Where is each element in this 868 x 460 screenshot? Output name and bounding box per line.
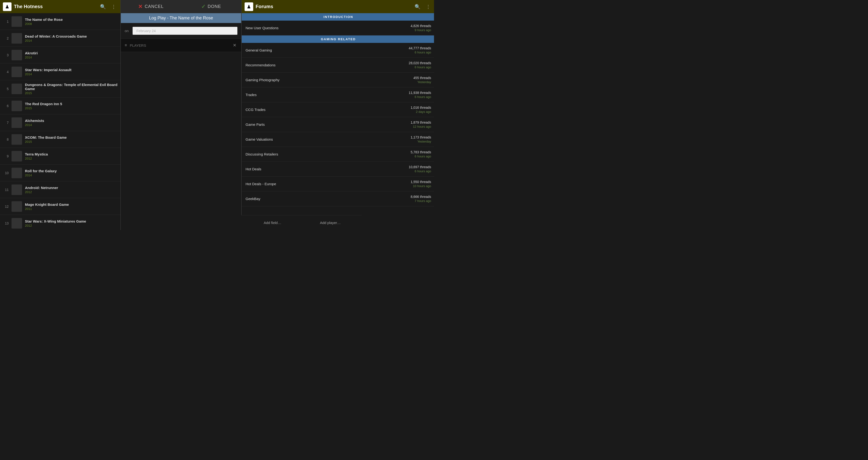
search-button-left[interactable]: 🔍 [98,2,107,11]
forum-time: 6 hours ago [409,169,431,173]
forum-threads: 28,020 threads [409,61,431,65]
game-item[interactable]: 10 Roll for the Galaxy 2014 [0,165,120,182]
game-item[interactable]: 4 Star Wars: Imperial Assault 2014 [0,64,120,80]
forum-name: Trades [246,93,409,97]
forum-time: 9 hours ago [410,28,431,32]
game-thumbnail [11,67,22,77]
forum-item[interactable]: Gaming Photography 455 threads Yesterday [242,73,434,88]
forum-threads: 11,938 threads [409,91,431,95]
game-item[interactable]: 8 XCOM: The Board Game 2015 [0,131,120,148]
game-thumbnail [11,101,22,111]
game-info: The Red Dragon Inn 5 2015 [25,102,118,110]
game-year: 2012 [25,157,118,160]
game-title: Alchemists [25,119,118,123]
forum-threads: 455 threads [413,76,431,80]
cancel-icon: ✕ [138,4,143,10]
forum-item[interactable]: Hot Deals 10,697 threads 6 hours ago [242,162,434,176]
game-item[interactable]: 13 Star Wars: X-Wing Miniatures Game 201… [0,215,120,230]
game-thumbnail [11,33,22,43]
game-thumbnail [11,218,22,229]
game-info: Star Wars: X-Wing Miniatures Game 2012 [25,219,118,227]
forum-threads: 5,783 threads [410,150,431,154]
forum-stats: 8,666 threads 7 hours ago [410,195,431,203]
players-clear-button[interactable]: ✕ [232,42,237,49]
forum-threads: 8,666 threads [410,195,431,199]
game-title: Star Wars: Imperial Assault [25,68,118,72]
done-button[interactable]: ✓ DONE [181,0,241,13]
game-year: 2011 [25,207,118,210]
game-thumbnail [11,134,22,145]
game-rank: 3 [3,53,9,57]
done-label: DONE [208,4,221,9]
forum-item[interactable]: Recommendations 28,020 threads 6 hours a… [242,58,434,73]
forum-item[interactable]: Discussing Retailers 5,783 threads 6 hou… [242,147,434,162]
forum-name: Discussing Retailers [246,152,410,156]
game-info: XCOM: The Board Game 2015 [25,135,118,143]
forum-stats: 11,938 threads 6 hours ago [409,91,431,99]
game-year: 2014 [25,72,118,76]
forum-time: 12 hours ago [410,125,431,128]
game-year: 2014 [25,56,118,59]
game-item[interactable]: 9 Terra Mystica 2012 [0,148,120,165]
forum-item[interactable]: Hot Deals - Europe 1,550 threads 10 hour… [242,176,434,191]
forum-time: 6 hours ago [410,155,431,158]
hotness-title: The Hotness [14,4,96,9]
forum-item[interactable]: CCG Trades 1,016 threads 2 days ago [242,102,434,117]
date-value[interactable]: February 24 [133,27,237,35]
game-info: Android: Netrunner 2012 [25,186,118,194]
forum-name: CCG Trades [246,107,410,112]
game-rank: 13 [3,221,9,225]
add-field-button[interactable]: Add field… [245,219,300,227]
game-title: The Red Dragon Inn 5 [25,102,118,106]
game-item[interactable]: 3 Akrotiri 2014 [0,47,120,64]
game-item[interactable]: 11 Android: Netrunner 2012 [0,182,120,198]
game-item[interactable]: 1 The Name of the Rose 2008 [0,13,120,30]
forum-item[interactable]: Trades 11,938 threads 6 hours ago [242,88,434,102]
game-title: Terra Mystica [25,152,118,156]
game-thumbnail [11,201,22,212]
menu-button-right[interactable]: ⋮ [425,2,432,11]
forum-item[interactable]: Game Parts 1,879 threads 12 hours ago [242,117,434,132]
game-rank: 8 [3,137,9,141]
game-rank: 10 [3,171,9,175]
dialog-title: Log Play - The Name of the Rose [121,13,241,23]
game-item[interactable]: 7 Alchemists 2014 [0,114,120,131]
dialog-title-text: Log Play - The Name of the Rose [149,15,213,20]
game-item[interactable]: 12 Mage Knight Board Game 2011 [0,198,120,215]
game-rank: 2 [3,36,9,40]
players-input[interactable] [130,43,232,47]
game-thumbnail [11,168,22,178]
game-item[interactable]: 5 Dungeons & Dragons: Temple of Elementa… [0,80,120,98]
forum-item[interactable]: Game Valuations 1,173 threads Yesterday [242,132,434,147]
forum-name: Game Parts [246,123,410,127]
game-item[interactable]: 6 The Red Dragon Inn 5 2015 [0,98,120,114]
players-list-icon: ≡ [125,43,127,47]
forum-threads: 1,550 threads [410,180,431,184]
menu-button-left[interactable]: ⋮ [110,2,118,11]
forum-threads: 1,879 threads [410,121,431,124]
game-title: The Name of the Rose [25,18,118,22]
game-title: Dungeons & Dragons: Temple of Elemental … [25,83,118,91]
forum-time: 7 hours ago [410,199,431,203]
forum-name: Game Valuations [246,137,410,141]
dialog-header: ✕ CANCEL ✓ DONE [121,0,241,13]
game-info: Star Wars: Imperial Assault 2014 [25,68,118,76]
done-icon: ✓ [201,4,206,10]
game-year: 2015 [25,140,118,143]
right-panel: ♟ Forums 🔍 ⋮ INTRODUCTION New User Quest… [242,0,434,230]
forum-item[interactable]: New User Questions 4,826 threads 9 hours… [242,21,434,35]
forum-item[interactable]: General Gaming 44,777 threads 6 hours ag… [242,43,434,58]
forum-name: Hot Deals - Europe [246,182,410,186]
forum-name: Gaming Photography [246,78,413,82]
game-thumbnail [11,185,22,195]
game-thumbnail [11,118,22,128]
cancel-button[interactable]: ✕ CANCEL [121,0,181,13]
forum-item[interactable]: GeekBay 8,666 threads 7 hours ago [242,191,434,206]
game-item[interactable]: 2 Dead of Winter: A Crossroads Game 2014 [0,30,120,47]
game-info: Mage Knight Board Game 2011 [25,202,118,210]
game-title: Dead of Winter: A Crossroads Game [25,34,118,38]
add-player-button[interactable]: Add player… [303,219,358,227]
game-thumbnail [11,50,22,60]
middle-panel: ✕ CANCEL ✓ DONE Log Play - The Name of t… [121,0,241,230]
search-button-right[interactable]: 🔍 [413,2,422,11]
